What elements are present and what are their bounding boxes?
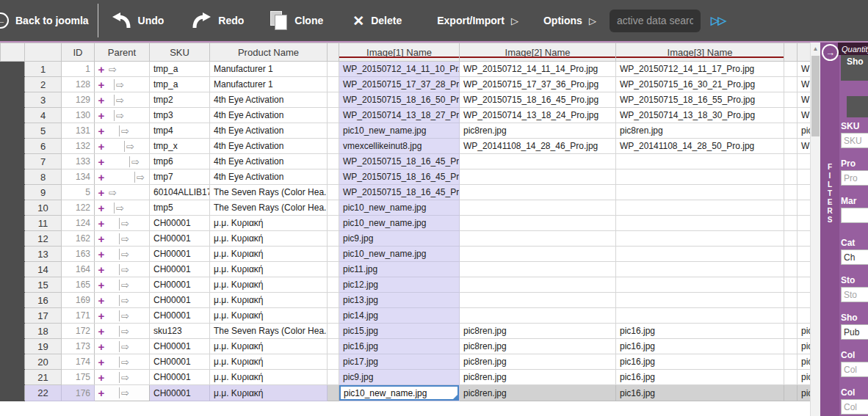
filter-field-input[interactable] xyxy=(841,324,868,340)
cell-image4-name[interactable]: pic xyxy=(798,354,811,370)
row-number-cell[interactable]: 5 xyxy=(25,123,62,139)
cell-image2-name[interactable] xyxy=(460,277,616,293)
cell-image1-name[interactable]: pic11.jpg xyxy=(339,262,460,277)
cell-product-name[interactable]: Manufacturer 1 xyxy=(210,77,328,92)
row-gutter[interactable] xyxy=(1,354,25,370)
row-gutter[interactable] xyxy=(1,385,25,401)
cell-product-name[interactable]: 4th Eye Activation xyxy=(210,154,328,169)
row-number-cell[interactable]: 17 xyxy=(25,308,62,324)
cell-product-name[interactable]: 4th Eye Activation xyxy=(210,108,328,123)
cell-spacer[interactable] xyxy=(328,200,339,216)
cell-product-name[interactable]: μ.μ. Κυριακή xyxy=(210,370,328,385)
row-number-cell[interactable]: 15 xyxy=(25,277,62,293)
cell-spacer[interactable] xyxy=(784,293,798,308)
column-header-img4[interactable] xyxy=(798,43,811,62)
cell-image1-name[interactable]: pic16.jpg xyxy=(339,339,460,354)
cell-image2-name[interactable] xyxy=(460,169,616,185)
cell-parent[interactable]: +⇨ xyxy=(95,185,150,200)
expand-plus-icon[interactable]: + xyxy=(96,310,106,322)
expand-plus-icon[interactable]: + xyxy=(96,371,106,384)
cell-image1-name[interactable] xyxy=(339,385,460,401)
cell-id[interactable]: 132 xyxy=(62,139,95,154)
cell-sku[interactable]: tmp7 xyxy=(150,169,210,185)
cell-image1-name[interactable]: pic10_new_name.jpg xyxy=(339,216,460,231)
cell-id[interactable]: 165 xyxy=(62,277,95,293)
cell-parent[interactable]: +⇨ xyxy=(95,92,150,108)
cell-image1-name[interactable]: pic10_new_name.jpg xyxy=(339,200,460,216)
row-gutter[interactable] xyxy=(1,262,25,277)
cell-parent[interactable]: +⇨ xyxy=(95,123,150,139)
cell-sku[interactable]: tmp3 xyxy=(150,108,210,123)
cell-image1-name[interactable]: pic10_new_name.jpg xyxy=(339,123,460,139)
expand-plus-icon[interactable]: + xyxy=(96,156,106,168)
cell-product-name[interactable]: μ.μ. Κυριακή xyxy=(210,385,328,401)
cell-id[interactable]: 131 xyxy=(62,123,95,139)
cell-image2-name[interactable] xyxy=(460,293,616,308)
cell-image3-name[interactable] xyxy=(616,262,784,277)
cell-sku[interactable]: CH00001 xyxy=(150,262,210,277)
cell-spacer[interactable] xyxy=(328,62,339,77)
cell-spacer[interactable] xyxy=(784,62,798,77)
cell-spacer[interactable] xyxy=(328,339,339,354)
cell-image3-name[interactable]: WP_20150715_18_16_55_Pro.jpg xyxy=(616,92,784,108)
cell-spacer[interactable] xyxy=(784,77,798,92)
parent-arrow-icon[interactable]: ⇨ xyxy=(124,141,134,152)
cell-id[interactable]: 169 xyxy=(62,293,95,308)
cell-parent[interactable]: +⇨ xyxy=(95,169,150,185)
row-number-cell[interactable]: 9 xyxy=(25,185,62,200)
parent-arrow-icon[interactable]: ⇨ xyxy=(119,310,129,321)
parent-arrow-icon[interactable]: ⇨ xyxy=(114,79,124,90)
cell-image4-name[interactable]: pic xyxy=(798,385,811,401)
undo-button[interactable]: Undo xyxy=(112,12,164,29)
cell-sku[interactable]: CH00001 xyxy=(150,247,210,262)
row-gutter[interactable] xyxy=(1,154,25,169)
cell-id[interactable]: 129 xyxy=(62,92,95,108)
parent-arrow-icon[interactable]: ⇨ xyxy=(114,110,124,121)
cell-spacer[interactable] xyxy=(784,370,798,385)
parent-arrow-icon[interactable]: ⇨ xyxy=(119,218,129,229)
cell-parent[interactable]: +⇨ xyxy=(95,277,150,293)
expand-panel-button[interactable]: → xyxy=(822,44,839,61)
cell-product-name[interactable]: The Seven Rays (Color Hea... xyxy=(210,200,328,216)
cell-image4-name[interactable] xyxy=(798,293,811,308)
row-gutter[interactable] xyxy=(1,185,25,200)
cell-image4-name[interactable] xyxy=(798,154,811,169)
expand-plus-icon[interactable]: + xyxy=(96,63,106,76)
cell-image2-name[interactable]: WP_20141108_14_28_46_Pro.jpg xyxy=(460,139,616,154)
row-gutter[interactable] xyxy=(1,324,25,339)
column-header-gap[interactable] xyxy=(328,43,339,62)
cell-product-name[interactable]: μ.μ. Κυριακή xyxy=(210,216,328,231)
cell-image2-name[interactable] xyxy=(460,154,616,169)
cell-image1-name[interactable]: WP_20150715_18_16_45_Pr... xyxy=(339,154,460,169)
filter-field-input[interactable] xyxy=(841,133,868,148)
cell-image3-name[interactable] xyxy=(616,200,784,216)
expand-plus-icon[interactable]: + xyxy=(96,94,106,106)
cell-image4-name[interactable] xyxy=(798,185,811,200)
row-gutter[interactable] xyxy=(1,370,25,385)
cell-image3-name[interactable]: pic8ren.jpg xyxy=(616,123,784,139)
cell-spacer[interactable] xyxy=(328,354,339,370)
cell-sku[interactable]: CH00001 xyxy=(150,339,210,354)
cell-id[interactable]: 128 xyxy=(62,77,95,92)
cell-image4-name[interactable]: W xyxy=(798,108,811,123)
parent-arrow-icon[interactable]: ⇨ xyxy=(119,264,129,275)
cell-sku[interactable]: CH00001 xyxy=(150,385,210,401)
row-number-cell[interactable]: 2 xyxy=(25,77,62,92)
parent-arrow-icon[interactable]: ⇨ xyxy=(119,372,129,383)
cell-spacer[interactable] xyxy=(784,123,798,139)
cell-sku[interactable]: CH00001 xyxy=(150,277,210,293)
cell-image4-name[interactable]: W xyxy=(798,92,811,108)
cell-spacer[interactable] xyxy=(328,185,339,200)
cell-spacer[interactable] xyxy=(784,262,798,277)
cell-product-name[interactable]: μ.μ. Κυριακή xyxy=(210,262,328,277)
expand-plus-icon[interactable]: + xyxy=(96,387,106,399)
cell-image2-name[interactable]: WP_20150715_18_16_45_Pro.jpg xyxy=(460,92,616,108)
cell-parent[interactable]: +⇨ xyxy=(95,385,150,401)
expand-plus-icon[interactable]: + xyxy=(96,294,106,307)
cell-image3-name[interactable]: pic16.jpg xyxy=(616,339,784,354)
cell-product-name[interactable]: μ.μ. Κυριακή xyxy=(210,247,328,262)
cell-product-name[interactable]: μ.μ. Κυριακή xyxy=(210,354,328,370)
row-number-cell[interactable]: 22 xyxy=(25,385,62,401)
cell-image3-name[interactable]: pic16.jpg xyxy=(616,385,784,401)
redo-button[interactable]: Redo xyxy=(192,12,244,29)
